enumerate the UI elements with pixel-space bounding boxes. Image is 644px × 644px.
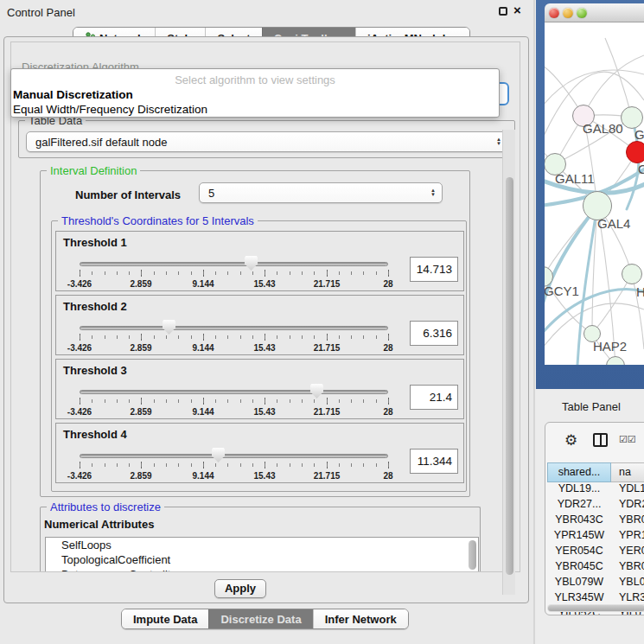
close-traffic-icon[interactable] <box>549 8 559 18</box>
threshold-2-slider[interactable] <box>80 326 388 330</box>
node-label: GCY1 <box>545 284 579 298</box>
network-node-top-right[interactable] <box>621 106 643 129</box>
float-window-icon[interactable] <box>499 7 507 16</box>
table-panel-box: ⚙ ☑☑ shared... na YDL19...YDL1 YDR27...Y… <box>545 422 644 615</box>
table-row[interactable]: YBR043CYBR0 <box>547 513 644 529</box>
table-row[interactable]: YPR145WYPR1 <box>547 529 644 545</box>
threshold-3-value[interactable]: 21.4 <box>410 385 458 410</box>
thresholds-group: Threshold's Coordinates for 5 Intervals … <box>51 220 467 492</box>
panel-scrollbar-thumb[interactable] <box>506 177 513 575</box>
tab-discretize-data[interactable]: Discretize Data <box>208 609 312 628</box>
threshold-2-panel: Threshold 2 -3.426 2.859 9.144 15.43 21.… <box>55 295 464 355</box>
table-data-group: Table Data galFiltered.sif default node … <box>18 120 515 158</box>
threshold-3-slider[interactable] <box>80 390 388 394</box>
table-panel-title: Table Panel <box>562 400 621 413</box>
table-row[interactable]: YDR27...YDR2 <box>547 498 644 513</box>
table-row[interactable]: YDL19...YDL1 <box>547 482 644 498</box>
node-label: GA <box>634 127 644 142</box>
table-data-combobox[interactable]: galFiltered.sif default node ▲▼ <box>26 131 508 152</box>
select-checkboxes-icon[interactable]: ☑☑ <box>619 434 636 445</box>
column-header-name[interactable]: na <box>611 462 644 482</box>
algorithm-placeholder: Select algorithm to view settings <box>11 73 499 86</box>
node-label: GAL11 <box>555 171 595 186</box>
control-panel-window: Control Panel × Network Style Select Cyn… <box>0 0 535 644</box>
menu-item-equal-width-frequency[interactable]: Equal Width/Frequency Discretization <box>13 103 207 116</box>
network-node-red[interactable] <box>626 141 644 163</box>
scroll-viewport: Table Data galFiltered.sif default node … <box>10 41 520 572</box>
table-header-row: shared... na <box>547 462 644 482</box>
bottom-tabstrip: Impute Data Discretize Data Infer Networ… <box>121 609 409 629</box>
node-table: shared... na YDL19...YDL1 YDR27...YDR2 Y… <box>547 462 644 615</box>
right-column: GAL80 GA C GAL11 GAL4 GCY1 H HAP2 Table … <box>535 0 644 644</box>
threshold-4-panel: Threshold 4 -3.426 2.859 9.144 15.43 21.… <box>55 423 464 483</box>
window-title: Control Panel <box>7 6 75 19</box>
threshold-1-slider[interactable] <box>80 262 388 266</box>
attributes-group: Attributes to discretize Numerical Attri… <box>40 507 481 572</box>
gear-icon[interactable]: ⚙ <box>564 431 577 450</box>
attributes-group-label: Attributes to discretize <box>47 501 164 513</box>
spinner-icon: ▲▼ <box>430 188 436 197</box>
control-panel-titlebar: Control Panel × <box>0 0 535 24</box>
slider-thumb[interactable] <box>163 320 175 335</box>
tab-infer-network[interactable]: Infer Network <box>313 609 408 628</box>
interval-definition-group: Interval Definition Number of Intervals … <box>40 170 470 497</box>
table-hscrollbar-track[interactable] <box>547 604 644 612</box>
node-label: H <box>636 284 644 299</box>
table-panel: Table Panel ⚙ ☑☑ shared... na YDL19...YD… <box>535 389 644 644</box>
table-row[interactable]: YER054CYER0 <box>547 545 644 560</box>
algorithm-dropdown-popup: Select algorithm to view settings Manual… <box>10 68 500 118</box>
spinner-icon: ▲▼ <box>496 137 501 146</box>
numerical-attributes-list[interactable]: SelfLoops TopologicalCoefficient Between… <box>45 537 479 572</box>
table-row[interactable]: YBL079WYBL0 <box>547 576 644 591</box>
number-of-intervals-label: Number of Intervals <box>75 188 181 201</box>
slider-thumb[interactable] <box>310 384 323 399</box>
threshold-3-panel: Threshold 3 -3.426 2.859 9.144 15.43 21.… <box>55 359 464 419</box>
node-label: GAL4 <box>597 216 630 231</box>
list-scrollbar[interactable] <box>469 540 476 570</box>
threshold-2-value[interactable]: 6.316 <box>410 321 458 346</box>
threshold-1-panel: Threshold 1 -3.426 2.859 9.144 15.43 21.… <box>55 231 464 291</box>
apply-button[interactable]: Apply <box>214 579 266 598</box>
menu-item-manual-discretization[interactable]: Manual Discretization <box>13 88 133 101</box>
panel-scrollbar-track[interactable] <box>502 130 515 595</box>
list-item[interactable]: SelfLoops <box>46 538 478 552</box>
column-header-shared[interactable]: shared... <box>547 462 611 482</box>
zoom-traffic-icon[interactable] <box>577 8 587 18</box>
table-row[interactable]: YBR045CYBR0 <box>547 560 644 576</box>
network-view-window: GAL80 GA C GAL11 GAL4 GCY1 H HAP2 <box>536 0 644 389</box>
slider-thumb[interactable] <box>245 256 258 271</box>
node-label: HAP2 <box>593 339 627 354</box>
threshold-1-value[interactable]: 14.713 <box>410 257 458 282</box>
node-label: GAL80 <box>583 121 623 136</box>
numerical-attributes-label: Numerical Attributes <box>44 518 154 531</box>
network-canvas[interactable]: GAL80 GA C GAL11 GAL4 GCY1 H HAP2 <box>545 22 644 365</box>
list-item[interactable]: BetweennessCentrality <box>46 567 478 572</box>
table-hscrollbar-thumb[interactable] <box>548 605 644 611</box>
tab-impute-data[interactable]: Impute Data <box>122 609 208 628</box>
thresholds-group-label: Threshold's Coordinates for 5 Intervals <box>58 214 258 227</box>
minimize-traffic-icon[interactable] <box>563 8 573 18</box>
threshold-4-value[interactable]: 11.344 <box>410 449 458 474</box>
interval-definition-label: Interval Definition <box>47 164 140 177</box>
columns-icon[interactable] <box>593 433 608 447</box>
network-node-right[interactable] <box>622 264 642 284</box>
threshold-4-slider[interactable] <box>80 454 388 458</box>
node-label: C <box>638 162 644 176</box>
list-item[interactable]: TopologicalCoefficient <box>46 552 478 567</box>
slider-thumb[interactable] <box>212 448 225 462</box>
number-of-intervals-combobox[interactable]: 5 ▲▼ <box>199 182 443 203</box>
network-window-titlebar[interactable] <box>545 3 644 22</box>
close-icon[interactable]: × <box>513 3 521 17</box>
